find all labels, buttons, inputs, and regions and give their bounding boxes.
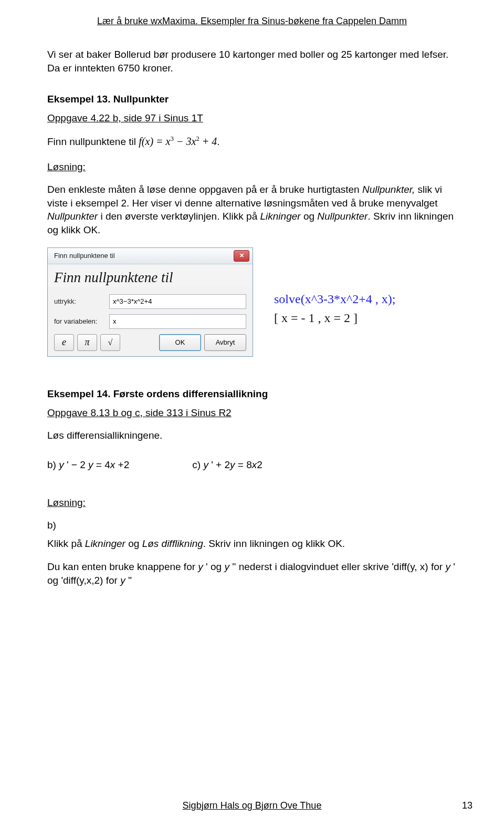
cancel-button[interactable]: Avbryt — [204, 334, 246, 351]
ex13-task-ref: Oppgave 4.22 b, side 97 i Sinus 1T — [47, 112, 457, 124]
eq-c: c) y ' + 2y = 8x2 — [192, 459, 262, 471]
code-line-2: [ x = - 1 , x = 2 ] — [274, 308, 395, 327]
e-button[interactable]: e — [54, 334, 74, 351]
intro-text: Vi ser at baker Bollerud bør produsere 1… — [47, 48, 457, 75]
ok-button[interactable]: OK — [159, 334, 201, 351]
dialog-titlebar: Finn nullpunktene til ✕ — [48, 248, 253, 264]
label-expression: uttrykk: — [54, 297, 109, 305]
maxima-output: solve(x^3-3*x^2+4 , x); [ x = - 1 , x = … — [274, 247, 395, 327]
ex13-solution-label: Løsning: — [47, 161, 457, 173]
ex13-heading: Eksempel 13. Nullpunkter — [47, 94, 457, 105]
variable-input[interactable] — [109, 314, 246, 329]
sol-note: Du kan enten bruke knappene for y ' og y… — [47, 560, 457, 587]
code-line-1: solve(x^3-3*x^2+4 , x); — [274, 290, 395, 308]
sol-b-text: Klikk på Likninger og Løs difflikning. S… — [47, 537, 457, 551]
ex14-instr: Løs differensiallikningene. — [47, 429, 457, 442]
sqrt-button[interactable]: √ — [100, 334, 120, 351]
eq-b: b) y ' − 2 y = 4x +2 — [47, 459, 129, 471]
ex14-task-ref: Oppgave 8.13 b og c, side 313 i Sinus R2 — [47, 407, 457, 419]
sol-b-label: b) — [47, 519, 457, 532]
ex14-solution-label: Løsning: — [47, 497, 457, 509]
ex13-solution-body: Den enkleste måten å løse denne oppgaven… — [47, 183, 457, 237]
page-number: 13 — [462, 800, 472, 811]
dialog-window: Finn nullpunktene til ✕ Finn nullpunkten… — [47, 247, 253, 357]
ex13-formula: f(x) = x3 − 3x2 + 4 — [139, 136, 217, 147]
pi-button[interactable]: π — [77, 334, 97, 351]
close-icon[interactable]: ✕ — [234, 250, 249, 262]
label-variable: for variabelen: — [54, 317, 109, 325]
running-header: Lær å bruke wxMaxima. Eksempler fra Sinu… — [47, 0, 457, 27]
dialog-title-text: Finn nullpunktene til — [54, 252, 115, 260]
find-prefix: Finn nullpunktene til — [47, 136, 139, 147]
ex13-find-line: Finn nullpunktene til f(x) = x3 − 3x2 + … — [47, 134, 457, 149]
ex14-heading: Eksempel 14. Første ordens differensiall… — [47, 388, 457, 400]
dialog-heading: Finn nullpunktene til — [48, 264, 253, 287]
page-footer: Sigbjørn Hals og Bjørn Ove Thue — [0, 800, 504, 811]
expression-input[interactable] — [109, 294, 246, 309]
